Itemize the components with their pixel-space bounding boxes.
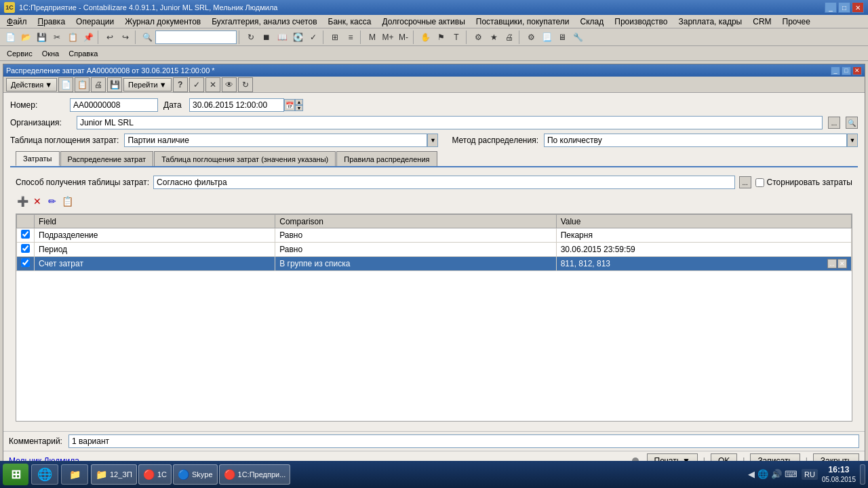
start-button[interactable]: ⊞ [3, 464, 28, 485]
doc-tb-save[interactable]: 💾 [107, 77, 122, 92]
taskbar-show-desktop[interactable] [860, 464, 865, 485]
tb-open[interactable]: 📂 [18, 30, 33, 45]
tray-arrow[interactable]: ◀ [748, 469, 755, 479]
org-input[interactable]: Junior ML SRL [77, 116, 823, 129]
org-ellipsis-btn[interactable]: ... [828, 117, 840, 129]
calendar-btn[interactable]: 📅 [284, 99, 295, 111]
tab-absorption[interactable]: Таблица поглощения затрат (значения указ… [154, 151, 336, 166]
actions-dropdown-btn[interactable]: Действия ▼ [6, 78, 57, 92]
comment-input[interactable]: 1 вариант [68, 434, 859, 448]
language-indicator[interactable]: RU [802, 469, 818, 480]
doc-tb-refresh[interactable]: ↻ [238, 77, 253, 92]
storno-checkbox[interactable] [755, 178, 764, 187]
value-clear-btn-2[interactable]: ✕ [837, 259, 847, 268]
tb-new[interactable]: 📄 [3, 30, 18, 45]
minimize-button[interactable]: _ [825, 2, 837, 13]
tb-list[interactable]: ≡ [343, 30, 358, 45]
tb-search-input[interactable] [155, 30, 237, 44]
taskbar-app-2[interactable]: 🔵Skype [173, 464, 218, 485]
taskbar-folder[interactable]: 📁 [61, 464, 88, 485]
tb-paste[interactable]: 📌 [81, 30, 96, 45]
tb-search-btn[interactable]: 🔍 [140, 30, 155, 45]
tb-cut[interactable]: ✂ [50, 30, 64, 45]
tb-copy[interactable]: 📋 [65, 30, 80, 45]
doc-tb-cross[interactable]: ✕ [205, 77, 220, 92]
tb-doc[interactable]: 📃 [539, 30, 554, 45]
tb-letter[interactable]: M [365, 30, 380, 45]
tb-letter3[interactable]: M- [396, 30, 411, 45]
tb-book[interactable]: 📖 [275, 30, 290, 45]
tb-table[interactable]: ⊞ [328, 30, 342, 45]
tb-undo[interactable]: ↩ [102, 30, 117, 45]
table-dropdown-arrow[interactable]: ▼ [427, 134, 438, 147]
menu-edit[interactable]: Правка [34, 16, 70, 28]
tab-costs[interactable]: Затраты [16, 151, 60, 166]
table-row[interactable]: ПодразделениеРавноПекарня [17, 228, 852, 243]
menu-warehouse[interactable]: Склад [576, 16, 608, 28]
menu-other[interactable]: Прочее [778, 16, 814, 28]
doc-minimize[interactable]: _ [831, 66, 840, 75]
storno-checkbox-label[interactable]: Сторнировать затраты [755, 178, 852, 187]
table-row[interactable]: Счет затратВ группе из списка811, 812, 8… [17, 257, 852, 271]
tb-disk[interactable]: 💽 [290, 30, 305, 45]
menu-service[interactable]: Сервис [3, 49, 37, 58]
org-clear-btn[interactable]: 🔍 [846, 117, 858, 129]
tb-print2[interactable]: 🖨 [502, 30, 517, 45]
doc-maximize[interactable]: □ [842, 66, 851, 75]
row-checkbox-cell[interactable] [17, 228, 35, 243]
taskbar-app-0[interactable]: 📁12_ЗП [91, 464, 137, 485]
date-up-btn[interactable]: ▲ [295, 99, 303, 105]
tb-settings[interactable]: ⚙ [524, 30, 538, 45]
row-checkbox-1[interactable] [21, 244, 30, 253]
tb-monitor[interactable]: 🖥 [555, 30, 570, 45]
taskbar-chrome[interactable]: 🌐 [31, 464, 58, 485]
tb-star[interactable]: ★ [486, 30, 501, 45]
number-input[interactable]: АА00000008 [70, 98, 158, 112]
doc-tb-eye[interactable]: 👁 [222, 77, 237, 92]
menu-production[interactable]: Производство [610, 16, 671, 28]
taskbar-app-1[interactable]: 🔴1С [138, 464, 172, 485]
row-value-0[interactable]: Пекарня [556, 228, 851, 243]
row-checkbox-0[interactable] [21, 230, 30, 239]
menu-vendors[interactable]: Поставщики, покупатели [472, 16, 574, 28]
row-checkbox-2[interactable] [21, 258, 30, 267]
menu-journal[interactable]: Журнал документов [121, 16, 205, 28]
row-checkbox-cell[interactable] [17, 243, 35, 257]
row-value-1[interactable]: 30.06.2015 23:59:59 [556, 243, 851, 257]
maximize-button[interactable]: □ [838, 2, 850, 13]
menu-windows[interactable]: Окна [38, 49, 64, 58]
menu-file[interactable]: Файл [3, 16, 31, 28]
menu-crm[interactable]: CRM [749, 16, 775, 28]
menu-help[interactable]: Справка [64, 49, 102, 58]
doc-tb-print[interactable]: 🖨 [91, 77, 106, 92]
doc-tb-help[interactable]: ? [173, 77, 188, 92]
menu-accounting[interactable]: Бухгалтерия, анализ счетов [208, 16, 321, 28]
tb-save[interactable]: 💾 [34, 30, 49, 45]
tb-gear[interactable]: ⚙ [471, 30, 486, 45]
filter-input[interactable]: Согласно фильтра [153, 176, 735, 189]
tray-network[interactable]: 🌐 [757, 469, 768, 479]
menu-hr[interactable]: Зарплата, кадры [675, 16, 747, 28]
value-ellipsis-btn-2[interactable]: ... [827, 259, 837, 268]
copy-row-btn[interactable]: 📋 [60, 195, 74, 208]
edit-row-btn[interactable]: ✏ [45, 195, 59, 208]
doc-close[interactable]: ✕ [852, 66, 862, 75]
tb-flag[interactable]: ⚑ [433, 30, 448, 45]
filter-ellipsis-btn[interactable]: ... [739, 176, 751, 188]
tb-tools[interactable]: 🔧 [570, 30, 585, 45]
window-close-button[interactable]: ✕ [852, 2, 864, 13]
menu-assets[interactable]: Долгосрочные активы [378, 16, 469, 28]
table-row[interactable]: ПериодРавно30.06.2015 23:59:59 [17, 243, 852, 257]
tb-redo[interactable]: ↪ [118, 30, 133, 45]
tab-distribution[interactable]: Распределение затрат [60, 151, 154, 166]
tb-letter2[interactable]: M+ [380, 30, 395, 45]
method-dropdown-arrow[interactable]: ▼ [847, 134, 858, 147]
tb-hand[interactable]: ✋ [418, 30, 433, 45]
go-dropdown-btn[interactable]: Перейти ▼ [123, 78, 171, 92]
tb-text[interactable]: T [449, 30, 464, 45]
tray-volume[interactable]: 🔊 [771, 469, 782, 479]
menu-bank[interactable]: Банк, касса [324, 16, 376, 28]
row-value-2[interactable]: 811, 812, 813...✕ [556, 257, 851, 271]
doc-tb-check2[interactable]: ✓ [189, 77, 204, 92]
tb-check[interactable]: ✓ [306, 30, 321, 45]
